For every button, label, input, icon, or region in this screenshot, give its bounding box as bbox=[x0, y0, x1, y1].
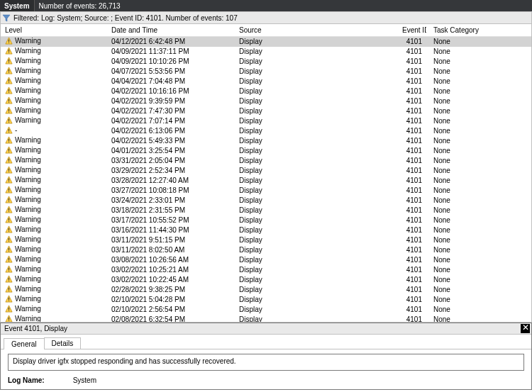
col-task[interactable]: Task Category bbox=[426, 24, 531, 37]
svg-rect-52 bbox=[9, 298, 9, 300]
table-row[interactable]: Warning03/16/2021 11:44:30 PMDisplay4101… bbox=[1, 225, 531, 235]
svg-rect-2 bbox=[9, 50, 9, 52]
svg-rect-4 bbox=[9, 60, 9, 62]
col-eventid[interactable]: Event ID bbox=[398, 24, 426, 37]
warning-icon bbox=[5, 196, 13, 205]
table-row[interactable]: Warning03/11/2021 8:02:50 AMDisplay4101N… bbox=[1, 245, 531, 255]
warning-icon bbox=[5, 225, 13, 235]
warning-icon bbox=[5, 77, 13, 86]
warning-icon bbox=[5, 106, 13, 116]
svg-rect-49 bbox=[9, 281, 9, 281]
tab-general[interactable]: General bbox=[4, 338, 45, 349]
warning-icon bbox=[5, 67, 13, 76]
svg-rect-18 bbox=[9, 129, 9, 131]
table-row[interactable]: Warning04/07/2021 5:53:56 PMDisplay4101N… bbox=[1, 67, 531, 77]
svg-rect-35 bbox=[9, 211, 9, 212]
tab-strip: General Details bbox=[1, 335, 531, 349]
svg-rect-27 bbox=[9, 172, 9, 172]
svg-rect-25 bbox=[9, 162, 9, 162]
svg-rect-34 bbox=[9, 208, 9, 211]
warning-icon bbox=[5, 57, 13, 66]
svg-rect-0 bbox=[9, 40, 9, 42]
svg-rect-21 bbox=[9, 142, 9, 142]
warning-icon bbox=[5, 215, 13, 225]
table-row[interactable]: Warning02/28/2021 9:38:25 PMDisplay4101N… bbox=[1, 285, 531, 295]
tab-details[interactable]: Details bbox=[44, 337, 82, 349]
top-bar: System Number of events: 26,713 bbox=[0, 0, 532, 11]
table-row[interactable]: Warning03/29/2021 2:52:34 PMDisplay4101N… bbox=[1, 166, 531, 176]
table-row[interactable]: Warning02/10/2021 5:04:28 PMDisplay4101N… bbox=[1, 295, 531, 305]
column-headers[interactable]: Level Date and Time Source Event ID Task… bbox=[1, 24, 531, 37]
warning-icon bbox=[5, 146, 13, 155]
tab-body: Display driver igfx stopped responding a… bbox=[1, 349, 531, 389]
svg-rect-33 bbox=[9, 201, 9, 202]
table-row[interactable]: Warning03/11/2021 9:51:15 PMDisplay4101N… bbox=[1, 235, 531, 245]
table-row[interactable]: Warning04/04/2021 7:04:48 PMDisplay4101N… bbox=[1, 77, 531, 86]
table-row[interactable]: Warning03/08/2021 10:26:56 AMDisplay4101… bbox=[1, 255, 531, 265]
svg-rect-30 bbox=[9, 189, 9, 191]
event-grid[interactable]: Level Date and Time Source Event ID Task… bbox=[0, 24, 532, 323]
table-row[interactable]: Warning03/28/2021 12:27:40 AMDisplay4101… bbox=[1, 176, 531, 186]
table-row[interactable]: Warning03/18/2021 2:31:55 PMDisplay4101N… bbox=[1, 206, 531, 215]
table-row[interactable]: Warning04/02/2021 7:07:14 PMDisplay4101N… bbox=[1, 116, 531, 126]
warning-icon bbox=[5, 235, 13, 245]
svg-rect-9 bbox=[9, 82, 9, 83]
table-row[interactable]: Warning04/09/2021 10:10:26 PMDisplay4101… bbox=[1, 57, 531, 67]
close-icon[interactable]: ✕ bbox=[521, 324, 530, 333]
svg-rect-41 bbox=[9, 241, 9, 242]
svg-rect-12 bbox=[9, 99, 9, 101]
warning-icon bbox=[5, 47, 13, 56]
table-row[interactable]: Warning03/24/2021 2:33:01 PMDisplay4101N… bbox=[1, 196, 531, 206]
table-row[interactable]: Warning04/02/2021 7:47:30 PMDisplay4101N… bbox=[1, 106, 531, 116]
log-name-value: System bbox=[73, 376, 96, 384]
log-name-label: Log Name: bbox=[8, 376, 45, 384]
table-row[interactable]: Warning02/08/2021 6:32:54 PMDisplay4101N… bbox=[1, 315, 531, 323]
table-row[interactable]: Warning04/02/2021 5:49:33 PMDisplay4101N… bbox=[1, 136, 531, 146]
table-row[interactable]: Warning04/01/2021 3:25:54 PMDisplay4101N… bbox=[1, 146, 531, 156]
table-row[interactable]: Warning03/17/2021 10:55:52 PMDisplay4101… bbox=[1, 215, 531, 225]
warning-icon bbox=[5, 166, 13, 175]
table-row[interactable]: Warning02/10/2021 2:56:54 PMDisplay4101N… bbox=[1, 305, 531, 315]
svg-rect-11 bbox=[9, 92, 9, 93]
svg-rect-37 bbox=[9, 221, 9, 222]
svg-rect-31 bbox=[9, 191, 9, 192]
warning-icon bbox=[5, 305, 13, 314]
table-row[interactable]: Warning03/02/2021 10:22:45 AMDisplay4101… bbox=[1, 275, 531, 285]
svg-rect-42 bbox=[9, 248, 9, 250]
svg-rect-51 bbox=[9, 291, 9, 291]
filter-bar: Filtered: Log: System; Source: ; Event I… bbox=[0, 11, 532, 24]
warning-icon bbox=[5, 255, 13, 264]
svg-rect-43 bbox=[9, 251, 9, 252]
table-row[interactable]: Warning03/27/2021 10:08:18 PMDisplay4101… bbox=[1, 186, 531, 196]
event-properties: Log Name: System bbox=[8, 376, 524, 384]
warning-icon bbox=[5, 37, 13, 46]
table-row[interactable]: Warning04/09/2021 11:37:11 PMDisplay4101… bbox=[1, 47, 531, 57]
warning-icon bbox=[5, 136, 13, 145]
table-row[interactable]: Warning04/02/2021 9:39:59 PMDisplay4101N… bbox=[1, 96, 531, 106]
warning-icon bbox=[5, 176, 13, 185]
svg-rect-28 bbox=[9, 179, 9, 181]
svg-rect-26 bbox=[9, 169, 9, 171]
col-date[interactable]: Date and Time bbox=[107, 24, 235, 37]
svg-rect-15 bbox=[9, 112, 9, 113]
svg-rect-14 bbox=[9, 109, 9, 111]
table-row[interactable]: Warning03/31/2021 2:05:04 PMDisplay4101N… bbox=[1, 156, 531, 166]
svg-rect-54 bbox=[9, 308, 9, 310]
col-level[interactable]: Level bbox=[1, 24, 107, 37]
table-row[interactable]: Warning03/02/2021 10:25:21 AMDisplay4101… bbox=[1, 265, 531, 275]
table-row[interactable]: Warning04/02/2021 10:16:16 PMDisplay4101… bbox=[1, 86, 531, 96]
svg-rect-47 bbox=[9, 271, 9, 271]
svg-rect-22 bbox=[9, 149, 9, 151]
col-source[interactable]: Source bbox=[235, 24, 398, 37]
svg-rect-39 bbox=[9, 231, 9, 232]
warning-icon bbox=[5, 186, 13, 195]
filter-icon bbox=[2, 13, 11, 22]
log-name-header: System bbox=[0, 0, 35, 11]
table-row[interactable]: Warning04/12/2021 6:42:48 PMDisplay4101N… bbox=[1, 37, 531, 47]
svg-rect-16 bbox=[9, 119, 9, 121]
svg-rect-7 bbox=[9, 72, 9, 73]
warning-icon bbox=[5, 96, 13, 106]
details-title: Event 4101, Display bbox=[4, 325, 67, 332]
svg-rect-17 bbox=[9, 122, 9, 123]
table-row[interactable]: -04/02/2021 6:13:06 PMDisplay4101None bbox=[1, 126, 531, 136]
